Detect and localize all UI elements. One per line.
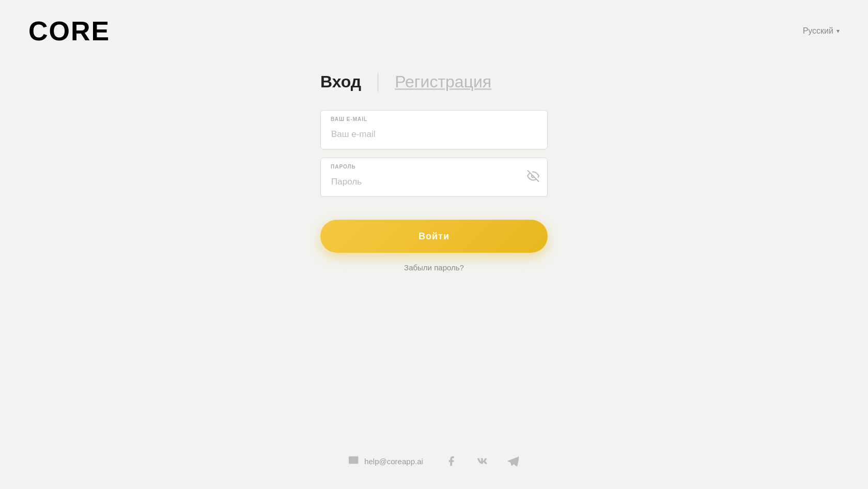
login-button[interactable]: Войти	[320, 220, 548, 253]
eye-slash-svg	[527, 170, 539, 182]
auth-tabs: Вход Регистрация	[320, 72, 548, 91]
vk-icon[interactable]	[475, 454, 489, 468]
main-content: Вход Регистрация ВАШ E-MAIL ПАРОЛЬ Войти…	[320, 72, 548, 272]
footer: help@coreapp.ai	[348, 454, 520, 468]
tab-register[interactable]: Регистрация	[382, 72, 491, 91]
social-icons	[444, 454, 520, 468]
language-selector[interactable]: Русский ▾	[803, 26, 840, 36]
password-label: ПАРОЛЬ	[331, 164, 356, 170]
forgot-password-link[interactable]: Забыли пароль?	[320, 263, 548, 272]
toggle-password-icon[interactable]	[527, 170, 539, 185]
mail-icon	[348, 454, 359, 468]
password-field-group: ПАРОЛЬ	[320, 158, 548, 197]
logo: CORE	[28, 16, 110, 47]
telegram-icon[interactable]	[506, 454, 520, 468]
tab-login[interactable]: Вход	[320, 72, 374, 91]
email-label: ВАШ E-MAIL	[331, 116, 367, 122]
header: CORE Русский ▾	[0, 0, 868, 62]
chevron-down-icon: ▾	[836, 27, 840, 35]
language-label: Русский	[803, 26, 833, 36]
facebook-icon[interactable]	[444, 454, 458, 468]
tab-divider	[378, 73, 378, 91]
email-field-group: ВАШ E-MAIL	[320, 110, 548, 149]
footer-email-section: help@coreapp.ai	[348, 454, 423, 468]
footer-email-text[interactable]: help@coreapp.ai	[364, 457, 423, 466]
